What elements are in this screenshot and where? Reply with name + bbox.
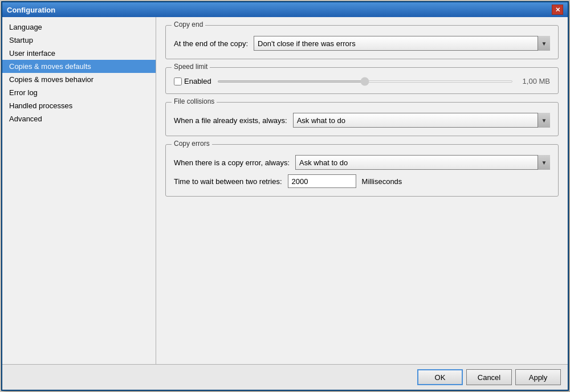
copy-errors-label: When there is a copy error, always: [174, 158, 290, 167]
sidebar: LanguageStartupUser interfaceCopies & mo… [2, 17, 156, 364]
speed-limit-legend: Speed limit [172, 63, 210, 71]
main-content: Copy end At the end of the copy: Don't c… [156, 17, 568, 364]
window-title: Configuration [7, 6, 55, 14]
copy-errors-row: When there is a copy error, always: Ask … [174, 155, 550, 170]
close-button[interactable]: ✕ [552, 5, 563, 15]
retry-row: Time to wait between two retries: Millis… [174, 174, 550, 188]
file-collisions-legend: File collisions [172, 97, 217, 105]
cancel-button[interactable]: Cancel [466, 369, 512, 385]
title-bar: Configuration ✕ [2, 2, 568, 17]
copy-errors-select-wrapper: Ask what to do Skip Retry ▼ [295, 155, 550, 170]
file-collisions-select-wrapper: Ask what to do Overwrite Skip Rename ▼ [293, 113, 550, 128]
speed-enabled-text: Enabled [184, 77, 211, 85]
sidebar-item-handled-processes[interactable]: Handled processes [2, 99, 156, 112]
footer: OK Cancel Apply [2, 364, 568, 390]
copy-end-row: At the end of the copy: Don't close if t… [174, 36, 550, 51]
copy-end-label: At the end of the copy: [174, 39, 248, 48]
copy-end-group: Copy end At the end of the copy: Don't c… [165, 25, 559, 59]
copy-errors-group: Copy errors When there is a copy error, … [165, 144, 559, 197]
speed-value-display: 1,00 MB [519, 77, 550, 85]
file-collisions-group: File collisions When a file already exis… [165, 102, 559, 136]
title-bar-buttons: ✕ [552, 5, 563, 15]
copy-errors-legend: Copy errors [172, 140, 212, 148]
ok-button[interactable]: OK [417, 369, 463, 385]
apply-button[interactable]: Apply [515, 369, 561, 385]
sidebar-item-language[interactable]: Language [2, 21, 156, 34]
file-collisions-select[interactable]: Ask what to do Overwrite Skip Rename [293, 113, 550, 128]
speed-enabled-checkbox[interactable] [174, 77, 182, 85]
window-body: LanguageStartupUser interfaceCopies & mo… [2, 17, 568, 364]
retry-label: Time to wait between two retries: [174, 177, 282, 186]
copy-end-legend: Copy end [172, 21, 205, 28]
sidebar-item-user-interface[interactable]: User interface [2, 47, 156, 60]
copy-end-select[interactable]: Don't close if there was errors Always c… [254, 36, 550, 51]
speed-limit-group: Speed limit Enabled 1,00 MB [165, 67, 559, 94]
sidebar-item-copies-moves-behavior[interactable]: Copies & moves behavior [2, 73, 156, 86]
retry-unit-label: Milliseconds [362, 177, 402, 186]
speed-slider[interactable] [217, 80, 513, 83]
speed-slider-container [217, 80, 513, 83]
copy-end-select-wrapper: Don't close if there was errors Always c… [254, 36, 550, 51]
sidebar-item-advanced[interactable]: Advanced [2, 112, 156, 125]
speed-enabled-label[interactable]: Enabled [174, 77, 211, 85]
sidebar-item-startup[interactable]: Startup [2, 34, 156, 47]
sidebar-item-copies-moves-defaults[interactable]: Copies & moves defaults [2, 60, 156, 73]
sidebar-item-error-log[interactable]: Error log [2, 86, 156, 99]
retry-value-input[interactable] [288, 174, 356, 188]
file-collisions-row: When a file already exists, always: Ask … [174, 113, 550, 128]
copy-errors-select[interactable]: Ask what to do Skip Retry [295, 155, 550, 170]
configuration-window: Configuration ✕ LanguageStartupUser inte… [1, 1, 569, 391]
speed-limit-row: Enabled 1,00 MB [174, 77, 550, 85]
file-collisions-label: When a file already exists, always: [174, 116, 287, 125]
